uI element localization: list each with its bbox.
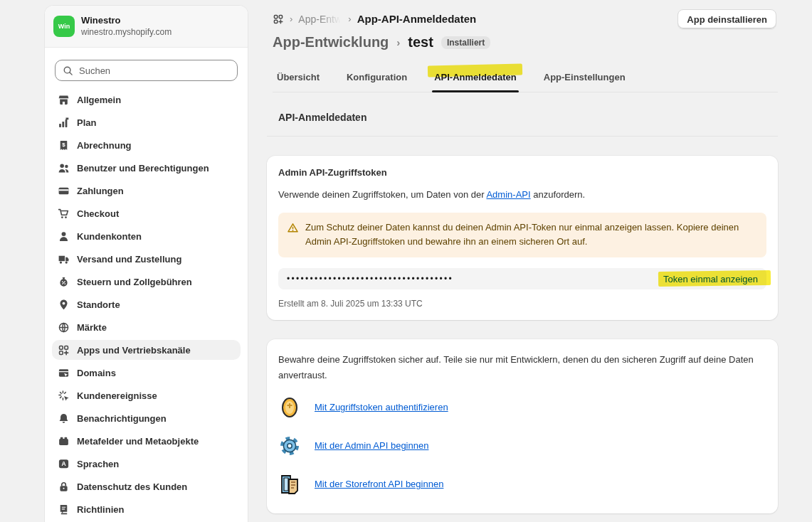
warning-banner: Zum Schutz deiner Daten kannst du deinen… [278,213,766,258]
resource-link-mit-der-admin-api-beginnen[interactable]: Mit der Admin API beginnen [315,440,428,451]
breadcrumb-current: App-API-Anmeldedaten [357,13,477,25]
tab-uebersicht[interactable]: Übersicht [273,64,324,92]
uninstall-app-button[interactable]: App deinstallieren [677,9,776,29]
plan-icon [58,117,70,129]
translate-icon: A [58,458,70,470]
masked-token-value: •••••••••••••••••••••••••••••••••••• [287,275,453,283]
sidebar-item-domains[interactable]: Domains [52,363,241,383]
store-avatar: Win [53,16,75,37]
search-placeholder: Suchen [79,65,110,76]
sidebar-item-label: Metafelder und Metaobjekte [77,436,199,447]
section-heading: API-Anmeldedaten [278,112,778,123]
sidebar-item-label: Benutzer und Berechtigungen [77,163,209,174]
sidebar-item-label: Sprachen [77,459,119,469]
search-input[interactable]: Suchen [55,60,238,81]
resources-intro: Bewahre deine Zugriffstoken sicher auf. … [278,352,766,383]
sidebar-item-label: Checkout [77,208,119,219]
tab-api-anmeldedaten[interactable]: API-Anmeldedaten [430,64,521,92]
installed-status-badge: Installiert [441,36,490,49]
reveal-token-link[interactable]: Token einmal anzeigen [663,274,758,284]
sidebar-item-benachrichtigungen[interactable]: Benachrichtigungen [52,408,241,428]
sidebar-item-maerkte[interactable]: Märkte [52,317,241,337]
token-field: •••••••••••••••••••••••••••••••••••• Tok… [278,268,766,289]
sidebar-item-label: Versand und Zustellung [77,254,181,265]
breadcrumb-parent[interactable]: App-Entwicklung [298,14,342,25]
sidebar-item-kundenereignisse[interactable]: Kundenereignisse [52,385,241,405]
settings-sidebar: Win Winestro winestro.myshopify.com Such… [45,6,248,522]
sidebar-item-label: Apps und Vertriebskanäle [77,345,191,356]
svg-text:A: A [61,460,65,467]
resource-links: Mit Zugriffstoken authentifizierenMit de… [278,394,766,498]
sidebar-item-versand-und-zustellung[interactable]: Versand und Zustellung [52,249,241,269]
sidebar-item-label: Kundenereignisse [77,390,157,401]
sidebar-item-steuern-und-zollgebuehren[interactable]: Steuern und Zollgebühren [52,272,241,292]
sidebar-item-zahlungen[interactable]: Zahlungen [52,181,241,201]
page-title-row: App-Entwicklung test Installiert [273,34,778,50]
sidebar-item-benutzer-und-berechtigungen[interactable]: Benutzer und Berechtigungen [52,158,241,178]
svg-text:$: $ [62,142,65,148]
sidebar-item-abrechnung[interactable]: $Abrechnung [52,135,241,155]
page-title-parent[interactable]: App-Entwicklung [273,34,389,50]
sidebar-item-label: Märkte [77,322,107,333]
bell-icon [58,412,70,425]
sidebar-item-label: Standorte [77,299,120,310]
admin-api-token-card: Admin API-Zugriffstoken Verwende deinen … [267,156,778,320]
warning-triangle-icon [287,222,299,250]
app-tabs: ÜbersichtKonfigurationAPI-AnmeldedatenAp… [273,64,778,92]
sidebar-item-plan[interactable]: Plan [52,112,241,132]
token-coin-icon [278,397,301,418]
sidebar-item-richtlinien[interactable]: Richtlinien [52,499,241,519]
chevron-right-icon [290,14,292,24]
warning-text: Zum Schutz deiner Daten kannst du deinen… [305,220,758,250]
sidebar-item-label: Zahlungen [77,186,124,196]
resource-link-mit-zugriffstoken-authentifizieren[interactable]: Mit Zugriffstoken authentifizieren [315,402,448,412]
sidebar-item-kundenkonten[interactable]: Kundenkonten [52,226,241,246]
chevron-right-icon [396,36,400,48]
token-resources-card: Bewahre deine Zugriffstoken sicher auf. … [267,339,778,513]
search-icon [63,65,73,76]
store-switcher[interactable]: Win Winestro winestro.myshopify.com [45,6,248,48]
sidebar-item-checkout[interactable]: Checkout [52,203,241,223]
chevron-right-icon [348,14,351,24]
resource-link-row-mit-zugriffstoken-authentifizieren: Mit Zugriffstoken authentifizieren [278,394,766,421]
section-divider [267,136,778,137]
sidebar-item-allgemein[interactable]: Allgemein [52,90,241,110]
store-domain: winestro.myshopify.com [81,27,172,38]
tab-label: App-Einstellungen [544,72,626,82]
reveal-token-wrap: Token einmal anzeigen [663,274,758,284]
resource-link-mit-der-storefront-api-beginnen[interactable]: Mit der Storefront API beginnen [315,479,443,489]
sidebar-item-label: Abrechnung [77,140,132,151]
metafields-icon [58,435,70,447]
sidebar-item-metafelder-und-metaobjekte[interactable]: Metafelder und Metaobjekte [52,431,241,451]
card-intro: Verwende deinen Zugriffstoken, um Daten … [278,188,766,202]
lock-icon [58,481,70,493]
page-title: test [408,34,433,50]
location-pin-icon [58,299,70,311]
sidebar-item-apps-und-vertriebskanaele[interactable]: Apps und Vertriebskanäle [52,340,241,360]
sidebar-item-datenschutz-des-kunden[interactable]: Datenschutz des Kunden [52,476,241,496]
settings-nav: AllgemeinPlan$AbrechnungBenutzer und Ber… [45,87,248,519]
sidebar-item-label: Steuern und Zollgebühren [77,277,192,287]
sidebar-item-label: Kundenkonten [77,231,142,242]
domains-icon [58,367,70,379]
apps-grid-icon [58,344,70,356]
sparkle-cursor-icon [58,390,70,402]
tab-label: Übersicht [277,72,320,82]
globe-icon [58,321,70,334]
sidebar-item-standorte[interactable]: Standorte [52,294,241,314]
cart-icon [58,208,70,220]
tab-konfiguration[interactable]: Konfiguration [342,64,411,92]
admin-api-link[interactable]: Admin-API [486,189,530,200]
taxes-icon [58,276,70,288]
tab-label: Konfiguration [347,72,407,82]
resource-link-row-mit-der-storefront-api-beginnen: Mit der Storefront API beginnen [278,471,766,498]
store-meta: Winestro winestro.myshopify.com [81,15,172,38]
main-content: App-Entwicklung App-API-Anmeldedaten App… [256,0,778,522]
apps-grid-icon [273,14,284,25]
person-icon [58,230,70,243]
payments-icon [58,185,70,197]
intro-text: Verwende deinen Zugriffstoken, um Daten … [278,189,486,200]
sidebar-item-sprachen[interactable]: ASprachen [52,454,241,474]
tab-app-einstellungen[interactable]: App-Einstellungen [539,64,630,92]
card-title: Admin API-Zugriffstoken [278,167,766,178]
